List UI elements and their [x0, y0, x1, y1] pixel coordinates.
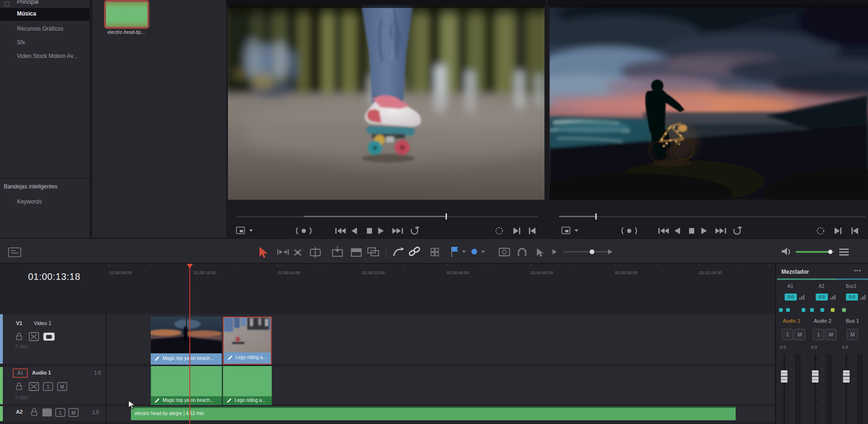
svg-text:M: M	[60, 384, 64, 390]
svg-text:M: M	[72, 410, 75, 416]
svg-text:1: 1	[47, 384, 49, 390]
svg-text:1: 1	[59, 410, 62, 416]
